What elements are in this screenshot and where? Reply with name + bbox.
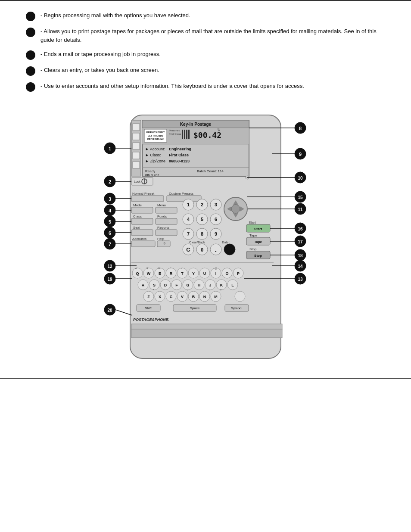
svg-text:Stop: Stop <box>254 254 262 258</box>
svg-text:Reports: Reports <box>157 226 169 230</box>
svg-text:R: R <box>170 271 173 276</box>
svg-text:20: 20 <box>107 308 112 313</box>
svg-text:8: 8 <box>201 231 203 236</box>
svg-text:Engineering: Engineering <box>169 147 191 151</box>
svg-text:14: 14 <box>298 264 303 269</box>
svg-text:2: 2 <box>201 202 203 207</box>
bullet-2 <box>26 28 35 37</box>
svg-rect-40 <box>131 196 164 202</box>
svg-text:U: U <box>203 271 206 276</box>
svg-text:16: 16 <box>298 227 303 231</box>
svg-rect-5 <box>133 152 140 159</box>
svg-rect-56 <box>131 241 155 247</box>
svg-text:6: 6 <box>109 230 111 236</box>
svg-text:Q: Q <box>136 271 139 276</box>
desc-item-2: - Allows you to print postage tapes for … <box>26 27 385 44</box>
svg-text:Custom Presets: Custom Presets <box>169 192 193 196</box>
svg-text:+: + <box>187 289 188 291</box>
svg-rect-19 <box>186 130 187 139</box>
svg-text:G: G <box>186 283 189 287</box>
svg-text:Presorted: Presorted <box>169 129 180 132</box>
svg-text:Menu: Menu <box>157 203 166 207</box>
svg-text:13: 13 <box>298 277 303 282</box>
svg-text:Key-in Postage: Key-in Postage <box>180 122 212 127</box>
svg-text:06850-0123: 06850-0123 <box>169 159 190 163</box>
svg-rect-174 <box>131 329 282 338</box>
svg-text:Symbol: Symbol <box>231 306 243 310</box>
svg-text:► Class:: ► Class: <box>145 153 161 157</box>
desc-text-3: - Ends a mail or tape processing job in … <box>40 50 385 59</box>
svg-text:V: V <box>181 295 184 299</box>
bullet-4 <box>26 66 35 76</box>
svg-text:7: 7 <box>109 242 111 247</box>
machine-svg: Key-in Postage FRIENDS DON'T LET FRIENDS… <box>93 111 318 369</box>
svg-rect-17 <box>182 130 183 139</box>
svg-text:H: H <box>198 283 201 287</box>
svg-text:K: K <box>220 283 223 287</box>
svg-rect-48 <box>131 218 153 224</box>
svg-text:O: O <box>225 271 228 276</box>
svg-text:4: 4 <box>109 208 112 213</box>
svg-rect-4 <box>133 143 140 149</box>
svg-text:POSTAGE&PHONE.: POSTAGE&PHONE. <box>133 317 169 322</box>
svg-text:W: W <box>147 271 151 276</box>
svg-rect-45 <box>156 207 177 213</box>
svg-text:Enter: Enter <box>222 240 230 244</box>
svg-text:5: 5 <box>201 217 203 222</box>
svg-text:P: P <box>237 271 240 276</box>
desc-text-2: - Allows you to print postage tapes for … <box>40 27 385 44</box>
svg-text:Ready: Ready <box>145 169 155 173</box>
svg-rect-6 <box>133 162 140 168</box>
svg-text:Tape: Tape <box>249 233 257 237</box>
desc-text-4: - Clears an entry, or takes you back one… <box>40 66 385 75</box>
bullet-1 <box>26 12 35 21</box>
svg-text:7: 7 <box>187 231 190 236</box>
svg-point-165 <box>235 291 245 302</box>
svg-text:1: 1 <box>187 202 190 207</box>
svg-text:C: C <box>186 246 190 253</box>
svg-text:Class: Class <box>133 215 142 218</box>
svg-text:10: 10 <box>298 176 303 180</box>
svg-text:S: S <box>153 283 156 287</box>
svg-rect-20 <box>188 130 190 139</box>
bullet-3 <box>26 50 35 60</box>
svg-text:E: E <box>159 271 161 276</box>
desc-item-3: - Ends a mail or tape processing job in … <box>26 50 385 60</box>
svg-text:► Account:: ► Account: <box>145 147 165 151</box>
svg-text:$00.42: $00.42 <box>193 131 221 140</box>
svg-text:0lb 0.2oz: 0lb 0.2oz <box>145 173 159 177</box>
svg-text:1: 1 <box>109 146 111 151</box>
svg-text:5: 5 <box>109 219 111 224</box>
svg-text:L: L <box>231 283 234 287</box>
svg-text:Tape: Tape <box>254 240 262 244</box>
svg-text:9: 9 <box>299 152 302 157</box>
svg-text:-: - <box>181 267 182 270</box>
svg-text:N: N <box>203 295 206 299</box>
svg-text:Mode: Mode <box>133 203 142 207</box>
svg-text:Z: Z <box>147 295 150 299</box>
svg-text:J: J <box>209 283 211 287</box>
svg-text:I: I <box>215 271 217 276</box>
desc-item-1: - Begins processing mail with the option… <box>26 11 385 21</box>
svg-text:Normal Preset: Normal Preset <box>132 192 155 196</box>
svg-rect-173 <box>131 324 282 329</box>
svg-text:Lock: Lock <box>134 180 140 183</box>
desc-text-1: - Begins processing mail with the option… <box>40 11 385 20</box>
svg-text:Funds: Funds <box>157 215 167 218</box>
svg-text:T: T <box>181 271 184 276</box>
page-container: - Begins processing mail with the option… <box>0 0 411 532</box>
svg-text:%: % <box>158 267 161 270</box>
svg-text:DRIVE DRUNK: DRIVE DRUNK <box>147 138 164 140</box>
svg-text:M: M <box>214 295 218 299</box>
svg-text:F: F <box>175 283 178 287</box>
svg-text:Accounts: Accounts <box>132 237 146 241</box>
svg-text:3: 3 <box>109 196 111 202</box>
desc-item-5: - Use to enter accounts and other setup … <box>26 82 385 92</box>
svg-text:FRIENDS DON'T: FRIENDS DON'T <box>146 131 165 134</box>
descriptions-section: - Begins processing mail with the option… <box>0 1 411 106</box>
svg-text:11: 11 <box>298 207 303 212</box>
svg-rect-49 <box>156 218 177 224</box>
svg-text:X: X <box>159 295 161 299</box>
svg-rect-3 <box>133 133 140 140</box>
svg-text:2: 2 <box>109 179 111 184</box>
